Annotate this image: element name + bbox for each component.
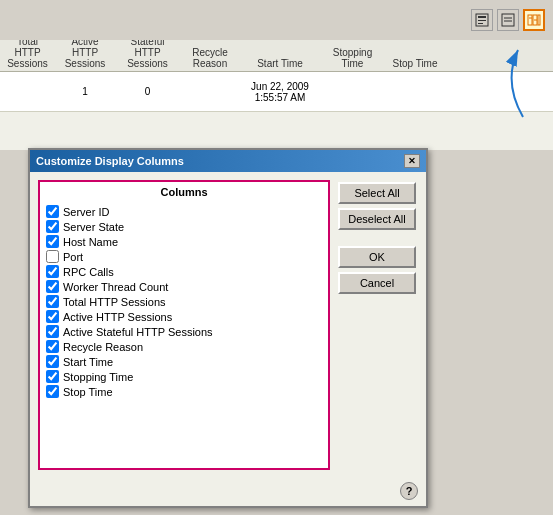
deselect-all-button[interactable]: Deselect All	[338, 208, 416, 230]
cell-start-time: Jun 22, 20091:55:57 AM	[240, 81, 320, 103]
svg-rect-1	[478, 16, 486, 18]
svg-rect-4	[502, 14, 514, 26]
column-checkbox-0[interactable]	[46, 205, 59, 218]
column-item: Recycle Reason	[44, 339, 324, 354]
column-label-9: Recycle Reason	[63, 341, 143, 353]
help-button[interactable]: ?	[400, 482, 418, 500]
column-item: Server ID	[44, 204, 324, 219]
column-checkbox-9[interactable]	[46, 340, 59, 353]
column-checkbox-12[interactable]	[46, 385, 59, 398]
column-checkbox-6[interactable]	[46, 295, 59, 308]
dialog-titlebar: Customize Display Columns ✕	[30, 150, 426, 172]
dialog-close-button[interactable]: ✕	[404, 154, 420, 168]
column-item: Stopping Time	[44, 369, 324, 384]
column-item: Server State	[44, 219, 324, 234]
column-label-2: Host Name	[63, 236, 118, 248]
column-checkbox-2[interactable]	[46, 235, 59, 248]
dialog-title: Customize Display Columns	[36, 155, 184, 167]
column-label-7: Active HTTP Sessions	[63, 311, 172, 323]
customize-dialog: Customize Display Columns ✕ Columns Serv…	[28, 148, 428, 508]
column-item: RPC Calls	[44, 264, 324, 279]
toolbar	[0, 0, 553, 40]
col-total-http: Total HTTPSessions	[0, 40, 55, 69]
col-active-http: ActiveHTTPSessions	[55, 40, 115, 69]
column-checkbox-7[interactable]	[46, 310, 59, 323]
column-item: Start Time	[44, 354, 324, 369]
svg-rect-7	[528, 15, 532, 25]
svg-rect-2	[478, 20, 486, 21]
select-all-button[interactable]: Select All	[338, 182, 416, 204]
column-item: Worker Thread Count	[44, 279, 324, 294]
column-label-0: Server ID	[63, 206, 109, 218]
column-label-3: Port	[63, 251, 83, 263]
cell-active-http: 1	[55, 86, 115, 97]
column-item: Port	[44, 249, 324, 264]
column-item: Total HTTP Sessions	[44, 294, 324, 309]
ok-button[interactable]: OK	[338, 246, 416, 268]
col-active-stateful: ActiveStatefulHTTPSessions	[115, 40, 180, 69]
column-item: Active Stateful HTTP Sessions	[44, 324, 324, 339]
dialog-body: Columns Server IDServer StateHost NamePo…	[30, 172, 426, 478]
column-checkbox-4[interactable]	[46, 265, 59, 278]
column-checkbox-10[interactable]	[46, 355, 59, 368]
column-checkbox-11[interactable]	[46, 370, 59, 383]
column-label-4: RPC Calls	[63, 266, 114, 278]
column-label-5: Worker Thread Count	[63, 281, 168, 293]
customize-columns-button[interactable]	[523, 9, 545, 31]
column-label-1: Server State	[63, 221, 124, 233]
columns-panel-title: Columns	[44, 186, 324, 198]
toolbar-icon-1[interactable]	[471, 9, 493, 31]
column-checkbox-8[interactable]	[46, 325, 59, 338]
table-row: 1 0 Jun 22, 20091:55:57 AM	[0, 72, 553, 112]
col-stop-time: Stop Time	[385, 58, 445, 69]
dialog-footer: ?	[30, 478, 426, 506]
columns-panel: Columns Server IDServer StateHost NamePo…	[38, 180, 330, 470]
column-label-10: Start Time	[63, 356, 113, 368]
svg-rect-9	[538, 15, 540, 25]
column-checkbox-1[interactable]	[46, 220, 59, 233]
column-item: Active HTTP Sessions	[44, 309, 324, 324]
column-label-11: Stopping Time	[63, 371, 133, 383]
cancel-button[interactable]: Cancel	[338, 272, 416, 294]
column-checkbox-5[interactable]	[46, 280, 59, 293]
column-item: Host Name	[44, 234, 324, 249]
column-label-12: Stop Time	[63, 386, 113, 398]
buttons-panel: Select All Deselect All OK Cancel	[338, 180, 418, 470]
col-stopping: StoppingTime	[320, 47, 385, 69]
col-recycle: RecycleReason	[180, 47, 240, 69]
column-label-8: Active Stateful HTTP Sessions	[63, 326, 213, 338]
toolbar-icon-2[interactable]	[497, 9, 519, 31]
column-checkbox-3[interactable]	[46, 250, 59, 263]
table-header: Total HTTPSessions ActiveHTTPSessions Ac…	[0, 40, 553, 72]
cell-active-stateful: 0	[115, 86, 180, 97]
data-table: Total HTTPSessions ActiveHTTPSessions Ac…	[0, 40, 553, 150]
col-start-time: Start Time	[240, 58, 320, 69]
svg-rect-3	[478, 23, 483, 24]
column-label-6: Total HTTP Sessions	[63, 296, 166, 308]
column-item: Stop Time	[44, 384, 324, 399]
